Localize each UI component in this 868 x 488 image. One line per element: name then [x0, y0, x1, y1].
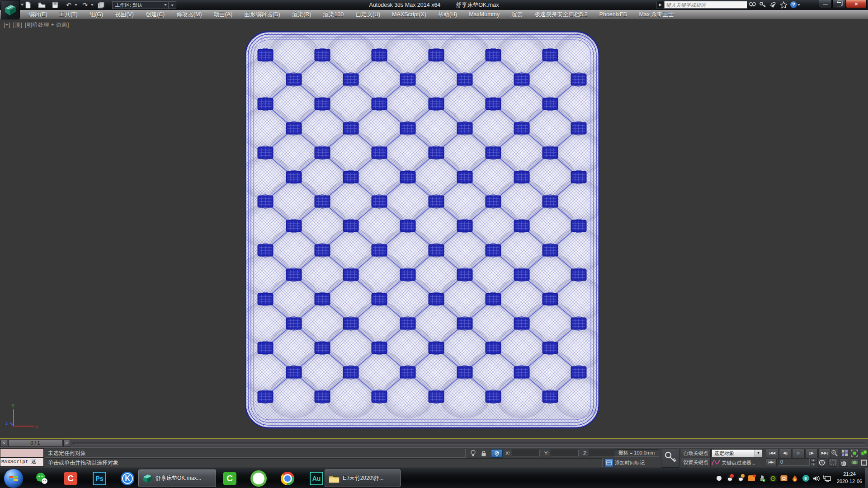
menu-item-8[interactable]: 渲染(R): [286, 10, 317, 19]
tray-wangwang[interactable]: [746, 474, 757, 483]
z-coordinate-field[interactable]: [590, 450, 618, 456]
tray-volume[interactable]: [811, 474, 822, 483]
y-coordinate-field[interactable]: [551, 450, 579, 456]
menu-item-1[interactable]: 工具(T): [53, 10, 84, 19]
tray-input-indicator[interactable]: [713, 474, 724, 483]
tray-screen-capture[interactable]: [778, 474, 789, 483]
taskbar-app-k-player[interactable]: K: [118, 470, 137, 487]
menu-item-12[interactable]: 帮助(H): [432, 10, 463, 19]
menu-item-14[interactable]: 渲云: [505, 10, 528, 19]
new-file-button[interactable]: [23, 1, 33, 9]
open-file-button[interactable]: [36, 1, 47, 9]
taskbar-clock[interactable]: 21:24 2020-12-06: [835, 470, 864, 485]
application-menu-button[interactable]: [1, 0, 20, 19]
menu-item-2[interactable]: 组(G): [84, 10, 109, 19]
tray-network[interactable]: [822, 474, 833, 483]
viewport-menu-shading[interactable]: [明暗处理 + 边面]: [25, 22, 69, 28]
menu-item-17[interactable]: Max 杀毒卫士: [633, 10, 679, 19]
play-button[interactable]: ▷: [792, 449, 805, 458]
taskbar-app-wechat[interactable]: [33, 470, 51, 487]
workspace-dropdown[interactable]: 工作区: 默认: [112, 1, 169, 9]
go-to-start-button[interactable]: |◀◀: [766, 449, 778, 458]
menu-item-0[interactable]: 编辑(E): [23, 10, 53, 19]
infocenter-arrow-button[interactable]: ▶: [656, 1, 664, 9]
taskbar-app-audition[interactable]: Au: [307, 470, 326, 487]
tray-usb-device[interactable]: [757, 474, 768, 483]
selection-set-dropdown[interactable]: 选定对象 ▼: [712, 449, 762, 457]
menu-item-11[interactable]: MAXScript(X): [386, 10, 432, 19]
maxscript-listener-pane[interactable]: MAXScript 迷: [0, 458, 44, 467]
taskbar-app-browser-360[interactable]: [250, 470, 268, 487]
time-tag-button[interactable]: [604, 459, 613, 467]
subscription-key-icon[interactable]: [758, 1, 768, 9]
go-to-end-button[interactable]: ▶▶|: [818, 449, 831, 458]
zoom-all-button[interactable]: [840, 449, 849, 457]
search-icon[interactable]: [747, 1, 758, 9]
zoom-extents-all-button[interactable]: [860, 449, 868, 457]
minimize-button[interactable]: —: [819, 0, 832, 8]
viewport-menu-plus[interactable]: [+]: [4, 22, 10, 28]
taskbar-active-window-3dsmax[interactable]: 舒享床垫OK.max...: [138, 469, 216, 487]
spinner-down-icon[interactable]: ▼: [811, 462, 816, 466]
redo-caret-icon[interactable]: [91, 4, 94, 6]
pan-view-button[interactable]: [839, 458, 848, 467]
orbit-button[interactable]: [850, 458, 859, 467]
save-file-button[interactable]: [50, 1, 61, 9]
time-slider-thumb[interactable]: 0 / 1: [8, 440, 62, 447]
menu-item-5[interactable]: 修改器(M): [170, 10, 208, 19]
spinner-up-icon[interactable]: ▲: [811, 458, 816, 462]
isolate-selection-toggle[interactable]: [469, 450, 476, 457]
menu-item-10[interactable]: 自定义(U): [349, 10, 386, 19]
taskbar-app-camtasia[interactable]: C: [221, 470, 239, 487]
next-frame-button[interactable]: ||▶: [805, 449, 818, 458]
project-folder-button[interactable]: [96, 1, 107, 9]
menu-item-16[interactable]: PhoenixFD: [594, 10, 633, 19]
maxscript-macro-recorder-pane[interactable]: [0, 448, 44, 458]
zoom-region-button[interactable]: [828, 458, 837, 467]
taskbar-app-camtasia-recorder[interactable]: C: [61, 470, 80, 487]
viewport-menu-view[interactable]: [顶]: [13, 22, 22, 28]
current-frame-field[interactable]: 0: [778, 458, 810, 466]
menu-item-9[interactable]: 渲染100: [317, 10, 349, 19]
previous-frame-button[interactable]: ◀||: [779, 449, 792, 458]
search-input[interactable]: [664, 1, 747, 9]
viewport-model-mattress[interactable]: xYz: [0, 19, 868, 439]
close-button[interactable]: ×: [846, 0, 867, 8]
start-button[interactable]: [4, 469, 24, 488]
frame-spinner[interactable]: ▲ ▼: [811, 458, 816, 466]
maximize-viewport-toggle[interactable]: [860, 458, 868, 467]
taskbar-app-photoshop[interactable]: Ps: [90, 470, 108, 487]
communication-center-icon[interactable]: [768, 1, 778, 9]
next-frame-arrow-button[interactable]: >: [63, 440, 70, 447]
tray-nvidia-settings[interactable]: [768, 474, 778, 483]
time-configuration-button[interactable]: [817, 458, 826, 467]
zoom-extents-button[interactable]: [850, 449, 859, 457]
set-key-button[interactable]: 设置关键点: [681, 458, 711, 467]
tray-qq-2[interactable]: [735, 474, 746, 483]
add-time-tag-label[interactable]: 添加时间标记: [615, 460, 645, 466]
taskbar-window-explorer[interactable]: E:\天竹2020\舒...: [325, 469, 401, 487]
tray-eset-antivirus[interactable]: e: [800, 474, 811, 483]
undo-caret-icon[interactable]: [75, 4, 77, 6]
favorites-star-icon[interactable]: [778, 1, 789, 9]
zoom-tool-button[interactable]: [830, 449, 839, 457]
transform-typein-toggle[interactable]: [491, 449, 503, 458]
menu-item-4[interactable]: 创建(C): [140, 10, 170, 19]
restore-button[interactable]: [832, 0, 845, 8]
auto-key-button[interactable]: 自动关键点: [681, 449, 711, 458]
tray-huorong-security[interactable]: [789, 474, 800, 483]
undo-button[interactable]: ↶: [63, 1, 77, 9]
selection-lock-toggle[interactable]: [480, 450, 487, 457]
viewport-top[interactable]: xYz [+] [顶] [明暗处理 + 边面]: [0, 19, 868, 439]
key-mode-toggle[interactable]: |◀▶|: [766, 458, 777, 466]
time-slider-track[interactable]: [73, 442, 865, 445]
redo-button[interactable]: ↷: [80, 1, 94, 9]
previous-frame-arrow-button[interactable]: <: [0, 440, 7, 447]
taskbar-app-chrome[interactable]: [278, 470, 297, 487]
maxscript-mini-listener[interactable]: MAXScript 迷: [0, 448, 44, 467]
menu-item-6[interactable]: 动画(A): [208, 10, 238, 19]
help-button[interactable]: ?: [789, 1, 802, 9]
menu-item-13[interactable]: MaxMummy: [463, 10, 505, 19]
menu-item-7[interactable]: 图形编辑器(D): [238, 10, 286, 19]
menu-item-15[interactable]: 极速瘦身安全归档5.2: [528, 10, 593, 19]
